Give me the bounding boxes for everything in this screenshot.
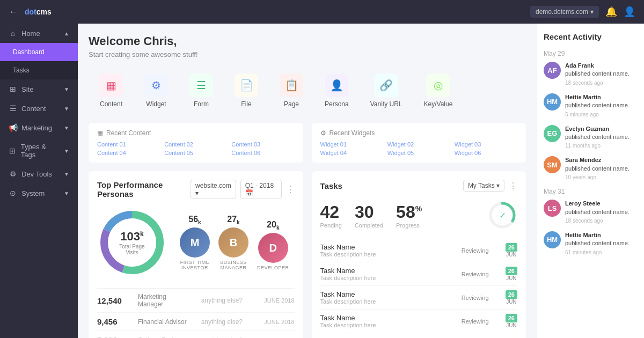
- content-qa-icon: ▦: [99, 74, 123, 97]
- sidebar-item-types-tags[interactable]: ⊞ Types & Tags ▼: [0, 137, 78, 164]
- quick-actions: ▦ Content ⚙ Widget ☰ Form 📄 File 📋 Page …: [89, 67, 526, 114]
- qa-widget[interactable]: ⚙ Widget: [134, 67, 179, 114]
- activity-action: published content name.: [565, 134, 630, 140]
- task-desc: Task description here: [320, 322, 455, 328]
- sidebar-label-system: System: [21, 189, 45, 197]
- recent-widget-link[interactable]: Widget 03: [455, 141, 517, 148]
- recent-link[interactable]: Content 04: [97, 150, 160, 156]
- sidebar-item-dashboard[interactable]: Dashboard: [0, 43, 78, 61]
- tasks-panel: Tasks My Tasks ▾ ⋮ 42 Pending 30 Complet…: [312, 171, 526, 338]
- recent-widget-link[interactable]: Widget 05: [387, 150, 450, 156]
- activity-panel: Recent Activity May 29 AF Ada Frank publ…: [537, 24, 644, 338]
- task-info: Task Name Task description here: [320, 267, 455, 281]
- vanity-qa-icon: 🔗: [375, 74, 398, 97]
- recent-content-card: ▦ Recent Content Content 01 Content 02 C…: [89, 123, 303, 163]
- chevron-types-icon: ▼: [64, 148, 69, 154]
- sidebar-item-system[interactable]: ⊙ System ▼: [0, 183, 78, 203]
- task-row: Task Name Task description here Reviewin…: [320, 310, 518, 333]
- qa-file[interactable]: 📄 File: [224, 67, 269, 114]
- recent-link[interactable]: Content 03: [231, 141, 294, 148]
- sidebar-item-tasks[interactable]: Tasks: [0, 61, 78, 79]
- persona-misc: anything else?: [201, 318, 256, 326]
- persona-bar-2: 27k B BUSINESSMANAGER: [218, 215, 248, 270]
- completed-value: 30: [355, 202, 383, 222]
- recent-link[interactable]: Content 06: [231, 150, 294, 156]
- activity-text: Hettie Martin published content name. 61…: [565, 231, 630, 256]
- chevron-system-icon: ▼: [64, 190, 69, 196]
- website-select[interactable]: website.com ▾: [191, 180, 236, 199]
- task-date-num: 26: [506, 290, 517, 299]
- sidebar-item-content[interactable]: ☰ Content ▼: [0, 99, 78, 118]
- activity-name: Sara Mendez: [565, 157, 601, 163]
- task-date-num: 26: [506, 267, 517, 275]
- recent-link[interactable]: Content 02: [164, 141, 227, 148]
- sidebar-item-site[interactable]: ⊞ Site ▼: [0, 79, 78, 99]
- recent-widgets-icon: ⚙: [320, 129, 326, 137]
- notification-icon[interactable]: 🔔: [605, 6, 617, 18]
- qa-persona-label: Persona: [325, 100, 349, 108]
- sidebar-item-dev-tools[interactable]: ⚙ Dev Tools ▼: [0, 164, 78, 183]
- task-date-num: 26: [506, 314, 517, 322]
- sidebar: ⌂ Home ▲ Dashboard Tasks ⊞ Site ▼ ☰ Cont…: [0, 24, 78, 338]
- main-content: Welcome Chris, Start creating some aweso…: [78, 24, 537, 338]
- persona-num: 12,540: [97, 296, 129, 305]
- task-name: Task Name: [320, 243, 455, 251]
- activity-avatar: LS: [544, 200, 561, 217]
- back-button[interactable]: ←: [9, 6, 18, 18]
- qa-key-value[interactable]: ◎ Key/Value: [413, 67, 464, 114]
- qa-content[interactable]: ▦ Content: [89, 67, 134, 114]
- user-icon[interactable]: 👤: [624, 6, 635, 18]
- activity-date-may31: May 31: [544, 188, 638, 195]
- personas-panel-header: Top Performance Personas website.com ▾ Q…: [97, 180, 295, 199]
- recent-widget-link[interactable]: Widget 06: [455, 150, 517, 156]
- persona-num: 7,988: [97, 335, 129, 338]
- persona-val-3: 20k: [267, 220, 279, 231]
- recent-widget-link[interactable]: Widget 04: [320, 150, 383, 156]
- domain-text: demo.dotcms.com: [536, 8, 588, 16]
- task-list: Task Name Task description here Reviewin…: [320, 239, 518, 333]
- task-date-month: JUN: [506, 252, 516, 258]
- task-date-month: JUN: [506, 299, 516, 305]
- logo-dot: dot: [25, 8, 36, 16]
- activity-action: published content name.: [565, 165, 630, 172]
- content-icon: ☰: [9, 104, 17, 113]
- qa-persona[interactable]: 👤 Persona: [314, 67, 360, 114]
- task-stat-progress: 58% Progress: [396, 202, 422, 229]
- sidebar-item-marketing[interactable]: 📢 Marketing ▼: [0, 118, 78, 137]
- qa-vanity-label: Vanity URL: [370, 100, 402, 108]
- chevron-devtools-icon: ▼: [64, 171, 69, 177]
- task-stat-pending: 42 Pending: [320, 202, 342, 229]
- progress-value: 58%: [396, 202, 422, 222]
- site-icon: ⊞: [9, 85, 17, 93]
- qa-form[interactable]: ☰ Form: [179, 67, 224, 114]
- recent-link[interactable]: Content 01: [97, 141, 160, 148]
- keyvalue-qa-icon: ◎: [426, 74, 450, 97]
- more-icon[interactable]: ⋮: [286, 185, 295, 195]
- recent-link[interactable]: Content 05: [164, 150, 227, 156]
- recent-widget-link[interactable]: Widget 01: [320, 141, 383, 148]
- donut-chart: 103k Total Page Visits: [97, 208, 167, 277]
- recent-widget-link[interactable]: Widget 02: [387, 141, 450, 148]
- persona-name-1: FIRST TIMEINVESTOR: [180, 260, 210, 270]
- domain-badge[interactable]: demo.dotcms.com ▾: [530, 6, 599, 18]
- qa-page[interactable]: 📋 Page: [269, 67, 314, 114]
- task-name: Task Name: [320, 314, 455, 322]
- tasks-more-icon[interactable]: ⋮: [509, 181, 517, 191]
- tasks-filter-select[interactable]: My Tasks ▾: [463, 180, 504, 192]
- sidebar-item-home[interactable]: ⌂ Home ▲: [0, 24, 78, 43]
- donut-label: Total Page Visits: [115, 244, 150, 255]
- activity-item: EG Evelyn Guzman published content name.…: [544, 125, 638, 150]
- persona-date: JUNE 2018: [264, 297, 294, 304]
- persona-bar-3: 20k D DEVELOPER: [257, 220, 289, 270]
- donut-center: 103k Total Page Visits: [115, 230, 150, 255]
- persona-name-3: DEVELOPER: [257, 265, 289, 270]
- activity-name: Evelyn Guzman: [565, 126, 609, 132]
- activity-item: AF Ada Frank published content name. 18 …: [544, 62, 638, 87]
- qa-vanity-url[interactable]: 🔗 Vanity URL: [360, 67, 413, 114]
- qa-widget-label: Widget: [146, 100, 166, 108]
- chevron-marketing-icon: ▼: [64, 125, 69, 131]
- recent-widgets-card: ⚙ Recent Widgets Widget 01 Widget 02 Wid…: [312, 123, 526, 163]
- persona-table: 12,540 Marketing Manager anything else? …: [97, 288, 295, 338]
- sidebar-label-tasks: Tasks: [13, 67, 30, 74]
- period-select[interactable]: Q1 - 2018 📅: [240, 180, 282, 199]
